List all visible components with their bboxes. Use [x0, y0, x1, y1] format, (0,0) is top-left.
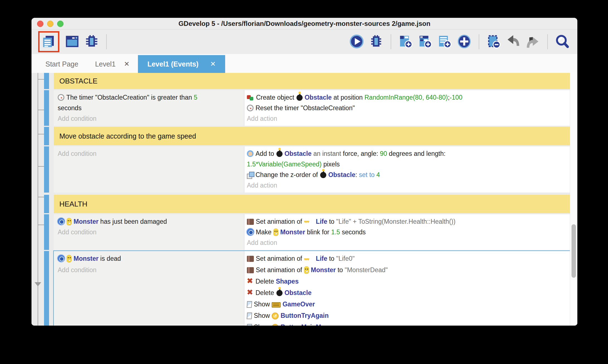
search-button[interactable] [554, 33, 571, 50]
action-show-tryagain[interactable]: Show ButtonTryAgain [247, 310, 567, 321]
action-delete-obstacle[interactable]: Delete Obstacle [247, 287, 567, 299]
behavior-gear-icon [58, 218, 65, 225]
debugger-button[interactable] [83, 33, 100, 50]
event-color-bar [44, 195, 49, 213]
tab-label: Start Page [45, 60, 78, 68]
life-object-icon [304, 256, 314, 262]
play-button[interactable] [348, 33, 365, 50]
add-comment-button[interactable] [436, 33, 453, 50]
conditions-cell[interactable]: Monster is dead Add condition [54, 251, 244, 326]
add-condition-link[interactable]: Add condition [58, 148, 240, 159]
window-title: GDevelop 5 - /Users/florian/Downloads/ge… [178, 20, 430, 28]
traffic-lights [37, 18, 64, 29]
action-z-order[interactable]: Change the z-order of Obstacle: set to 4 [247, 169, 567, 180]
action-create-obstacle[interactable]: Create object Obstacle at position Rando… [247, 92, 567, 103]
condition-timer[interactable]: The timer "ObstacleCreation" is greater … [58, 92, 240, 103]
remove-selection-icon [486, 34, 501, 50]
action-add-force-wrap[interactable]: 1.5*Variable(GameSpeed) pixels [247, 159, 567, 169]
event-color-bar [44, 127, 49, 145]
window-titlebar: GDevelop 5 - /Users/florian/Downloads/ge… [31, 18, 577, 29]
event-color-bar [44, 90, 49, 126]
events-sheet-button[interactable] [40, 33, 57, 50]
tab-level1[interactable]: Level1 ✕ [87, 55, 138, 73]
scene-editor-button[interactable] [64, 33, 81, 50]
timer-icon [58, 94, 64, 101]
vertical-scrollbar[interactable] [570, 73, 577, 326]
redo-icon [525, 34, 540, 50]
comment-text: Move obstacle according to the game spee… [59, 132, 196, 140]
tab-level1-events[interactable]: Level1 (Events) ✕ [138, 55, 225, 73]
toolbar-divider [479, 34, 479, 49]
animation-icon [247, 219, 254, 225]
condition-timer-wrap[interactable]: seconds [58, 103, 240, 113]
event-row-move: Add condition Add to Obstacle an instant… [54, 146, 570, 193]
conditions-cell[interactable]: Add condition [54, 146, 244, 193]
comment-text-row[interactable]: Move obstacle according to the game spee… [54, 127, 570, 145]
tab-label: Level1 (Events) [147, 60, 198, 68]
remove-selection-button[interactable] [485, 33, 502, 50]
search-icon [555, 34, 570, 50]
delete-icon [247, 289, 254, 296]
animation-icon [247, 267, 254, 273]
toolbar-divider [106, 34, 107, 49]
toolbar-left-group [38, 31, 110, 52]
action-blink[interactable]: Make Monster blink for 1.5 seconds [247, 227, 567, 237]
events-sheet-icon [41, 34, 56, 50]
close-window-button[interactable] [37, 21, 43, 27]
action-set-life-anim[interactable]: Set animation of Life to "Life" + ToStri… [247, 216, 567, 227]
add-condition-link[interactable]: Add condition [58, 113, 240, 124]
group-header[interactable]: HEALTH [54, 195, 570, 213]
add-event-button[interactable] [397, 33, 414, 50]
toolbar-divider [547, 34, 548, 49]
timer-icon [247, 105, 254, 111]
action-add-force[interactable]: Add to Obstacle an instant force, angle:… [247, 148, 567, 159]
condition-monster-dead[interactable]: Monster is dead [58, 253, 240, 264]
event-color-bar [44, 214, 49, 250]
add-action-link[interactable]: Add action [247, 237, 567, 248]
bomb-object-icon [276, 151, 283, 157]
redo-button[interactable] [524, 33, 541, 50]
scrollbar-thumb[interactable] [571, 224, 576, 278]
fold-arrow-icon[interactable] [35, 282, 41, 286]
add-action-link[interactable]: Add action [247, 113, 567, 124]
action-delete-shapes[interactable]: Delete Shapes [247, 276, 567, 287]
action-show-gameover[interactable]: Show GameOver [247, 299, 567, 310]
tab-start-page[interactable]: Start Page [37, 55, 87, 73]
monster-object-icon [304, 266, 309, 274]
undo-button[interactable] [505, 33, 522, 50]
toolbar-divider [391, 34, 391, 49]
action-set-monsterdead[interactable]: Set animation of Monster to "MonsterDead… [247, 264, 567, 276]
action-set-life0[interactable]: Set animation of Life to "Life0" [247, 253, 567, 264]
show-icon [247, 301, 252, 308]
conditions-cell[interactable]: The timer "ObstacleCreation" is greater … [54, 90, 244, 126]
debug-button[interactable] [368, 33, 385, 50]
scene-editor-icon [65, 34, 80, 50]
group-header[interactable]: OBSTACLE [54, 73, 570, 89]
create-object-icon [247, 94, 254, 101]
add-condition-link[interactable]: Add condition [58, 264, 240, 276]
condition-monster-damaged[interactable]: Monster has just been damaged [58, 216, 240, 227]
show-icon [247, 313, 252, 319]
events-list: OBSTACLE The timer "ObstacleCreation" is… [54, 73, 570, 326]
tab-label: Level1 [95, 60, 116, 68]
event-color-bar [44, 251, 49, 326]
group-title: HEALTH [59, 200, 87, 208]
zoom-window-button[interactable] [57, 21, 64, 27]
minimize-window-button[interactable] [47, 21, 53, 27]
add-subevent-button[interactable] [417, 33, 434, 50]
add-action-link[interactable]: Add action [247, 180, 567, 191]
action-reset-timer[interactable]: Reset the timer "ObstacleCreation" [247, 103, 567, 113]
selected-event[interactable]: Monster is dead Add condition Set animat… [54, 251, 570, 326]
event-color-bar [44, 146, 49, 193]
close-icon[interactable]: ✕ [210, 60, 216, 68]
add-condition-link[interactable]: Add condition [58, 227, 240, 237]
conditions-cell[interactable]: Monster has just been damaged Add condit… [54, 214, 244, 250]
action-show-mainmenu[interactable]: Show ButtonMainMenu [247, 321, 567, 326]
play-icon [349, 34, 364, 50]
actions-cell[interactable]: Set animation of Life to "Life" + ToStri… [245, 214, 570, 250]
actions-cell[interactable]: Add to Obstacle an instant force, angle:… [245, 146, 570, 193]
actions-cell[interactable]: Create object Obstacle at position Rando… [245, 90, 570, 126]
actions-cell[interactable]: Set animation of Life to "Life0" Set ani… [245, 251, 570, 326]
close-icon[interactable]: ✕ [124, 60, 130, 68]
add-new-button[interactable] [456, 33, 473, 50]
